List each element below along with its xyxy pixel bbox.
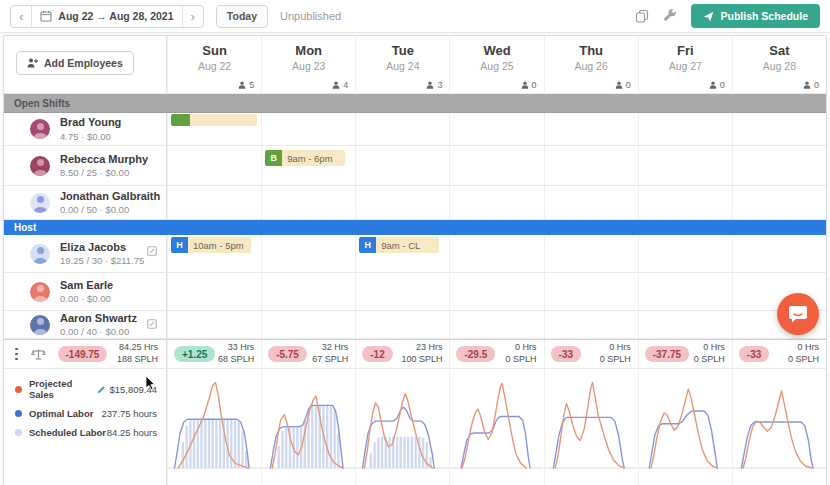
day-header-sun[interactable]: Sun Aug 22 5	[167, 36, 261, 93]
prev-week-button[interactable]: ‹	[11, 6, 31, 27]
day-header-thu[interactable]: Thu Aug 26 0	[544, 36, 638, 93]
employee-row[interactable]: Sam Earle 0.00 · $0.00	[4, 273, 826, 311]
schedule-cell[interactable]	[261, 311, 355, 338]
schedule-cell[interactable]	[732, 146, 826, 185]
employee-name: Aaron Shwartz	[60, 312, 137, 325]
projected-sales-value[interactable]: $15,809.44	[97, 384, 157, 395]
schedule-cell[interactable]	[638, 235, 732, 272]
schedule-cell[interactable]: H 9am - CL	[355, 235, 449, 272]
day-hours: 0 Hrs	[506, 342, 537, 354]
schedule-cell[interactable]	[449, 273, 543, 310]
shift-chip[interactable]: B 9am - 6pm	[265, 150, 345, 166]
schedule-cell[interactable]	[544, 273, 638, 310]
shift-role-badge: H	[359, 237, 376, 253]
shift-time-label: 9am - CL	[376, 237, 439, 253]
day-header-mon[interactable]: Mon Aug 23 4	[261, 36, 355, 93]
schedule-cell[interactable]	[544, 186, 638, 219]
schedule-cell[interactable]	[261, 235, 355, 272]
employee-row[interactable]: Jonathan Galbraith 0.00 / 50 · $0.00	[4, 186, 826, 220]
schedule-cell[interactable]	[732, 235, 826, 272]
schedule-cell[interactable]	[544, 113, 638, 145]
schedule-cell[interactable]	[261, 113, 355, 145]
avatar	[30, 119, 50, 139]
schedule-cell[interactable]	[544, 235, 638, 272]
schedule-cell[interactable]	[449, 146, 543, 185]
tools-button[interactable]	[663, 9, 677, 23]
employee-hours: 0.00 / 50 · $0.00	[60, 204, 160, 215]
schedule-cell[interactable]	[638, 186, 732, 219]
schedule-cell[interactable]	[544, 146, 638, 185]
day-header-wed[interactable]: Wed Aug 25 0	[449, 36, 543, 93]
shift-time-label: 10am - 5pm	[188, 237, 251, 253]
publish-schedule-button[interactable]: Publish Schedule	[691, 4, 820, 28]
copy-schedule-button[interactable]	[635, 9, 649, 23]
labor-charts-row: Projected Sales $15,809.44 Optimal Labor…	[4, 369, 826, 485]
schedule-cell[interactable]	[355, 273, 449, 310]
schedule-cell[interactable]	[449, 186, 543, 219]
day-hours: 32 Hrs	[312, 342, 348, 354]
date-range-picker[interactable]: Aug 22 → Aug 28, 2021	[31, 6, 181, 27]
day-date: Aug 28	[733, 60, 826, 72]
note-icon[interactable]	[147, 242, 157, 260]
schedule-cell[interactable]	[449, 235, 543, 272]
scheduled-count: 5	[249, 80, 254, 90]
schedule-cell[interactable]	[167, 146, 261, 185]
schedule-cell[interactable]	[355, 186, 449, 219]
person-icon	[332, 81, 340, 89]
note-icon[interactable]	[147, 315, 157, 333]
schedule-cell[interactable]	[167, 186, 261, 219]
day-splh: 100 SPLH	[401, 354, 442, 366]
today-button[interactable]: Today	[216, 5, 268, 28]
schedule-cell[interactable]	[638, 311, 732, 338]
schedule-cell[interactable]: H 10am - 5pm	[167, 235, 261, 272]
day-header-tue[interactable]: Tue Aug 24 3	[355, 36, 449, 93]
person-icon	[238, 81, 246, 89]
shift-chip[interactable]: H 9am - CL	[359, 237, 439, 253]
toolbar: ‹ Aug 22 → Aug 28, 2021 › Today Unpublis…	[0, 0, 830, 33]
day-date: Aug 25	[450, 60, 543, 72]
scheduled-labor-dot	[15, 429, 22, 436]
schedule-cell[interactable]	[449, 311, 543, 338]
schedule-grid: Add Employees Sun Aug 22 5 Mon Aug 23 4 …	[3, 35, 827, 485]
schedule-cell[interactable]	[638, 146, 732, 185]
schedule-cell[interactable]	[261, 273, 355, 310]
day-name: Wed	[450, 43, 543, 58]
day-header-fri[interactable]: Fri Aug 27 0	[638, 36, 732, 93]
schedule-cell[interactable]	[449, 113, 543, 145]
schedule-cell[interactable]	[167, 113, 261, 145]
chat-bubble-button[interactable]	[777, 293, 819, 335]
schedule-cell[interactable]	[261, 186, 355, 219]
schedule-cell[interactable]	[167, 273, 261, 310]
day-header-sat[interactable]: Sat Aug 28 0	[732, 36, 826, 93]
schedule-cell[interactable]	[355, 146, 449, 185]
schedule-cell[interactable]	[355, 113, 449, 145]
employee-row[interactable]: Eliza Jacobs 19.25 / 30 · $211.75 H 10am…	[4, 235, 826, 273]
shift-chip[interactable]: H 10am - 5pm	[171, 237, 251, 253]
avatar	[30, 315, 50, 335]
schedule-cell[interactable]	[638, 113, 732, 145]
day-variance-badge: -12	[362, 346, 392, 362]
schedule-cell[interactable]	[638, 273, 732, 310]
labor-balance-icon[interactable]	[31, 348, 46, 361]
stats-menu-button[interactable]	[15, 348, 18, 361]
shift-time-label	[190, 114, 257, 126]
employee-name: Eliza Jacobs	[60, 241, 144, 254]
schedule-cell[interactable]	[732, 186, 826, 219]
next-week-button[interactable]: ›	[182, 6, 203, 27]
day-hours: 0 Hrs	[788, 342, 819, 354]
schedule-cell[interactable]	[544, 311, 638, 338]
schedule-cell[interactable]	[167, 311, 261, 338]
add-employees-button[interactable]: Add Employees	[16, 51, 134, 75]
day-name: Sun	[168, 43, 261, 58]
schedule-cell[interactable]	[355, 311, 449, 338]
projected-sales-dot	[15, 386, 22, 393]
open-shifts-section-header[interactable]: Open Shifts	[4, 94, 826, 113]
person-icon	[709, 81, 717, 89]
schedule-cell[interactable]: B 9am - 6pm	[261, 146, 355, 185]
shift-chip[interactable]	[171, 114, 257, 126]
schedule-cell[interactable]	[732, 113, 826, 145]
employee-row[interactable]: Aaron Shwartz 0.00 / 40 · $0.00	[4, 311, 826, 339]
host-section-header[interactable]: Host	[4, 220, 826, 235]
employee-row[interactable]: Rebecca Murphy 8.50 / 25 · $0.00 B 9am -…	[4, 146, 826, 186]
employee-row[interactable]: Brad Young 4.75 · $0.00	[4, 113, 826, 146]
